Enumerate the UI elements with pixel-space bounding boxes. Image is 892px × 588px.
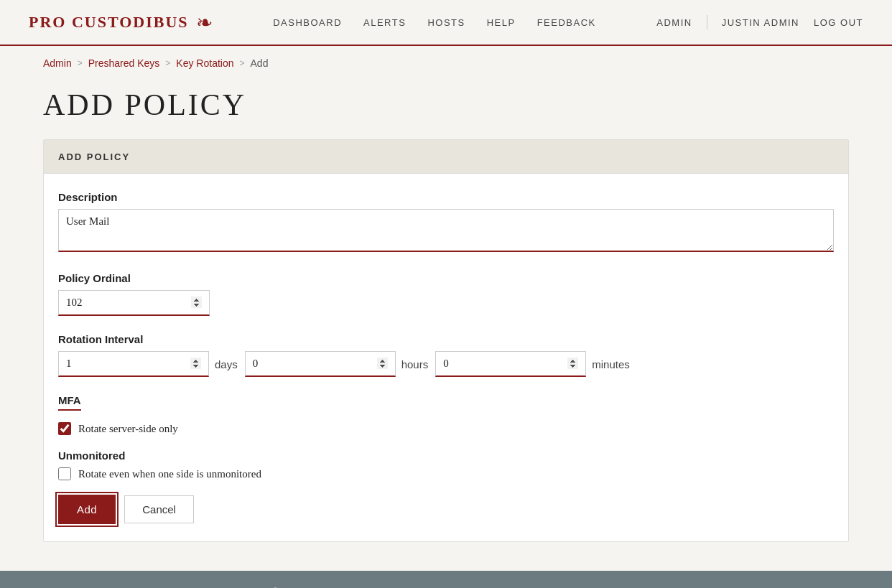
- mfa-checkbox[interactable]: [58, 422, 71, 435]
- mfa-checkbox-label: Rotate server-side only: [78, 423, 178, 435]
- add-button[interactable]: Add: [58, 495, 116, 524]
- button-row: Add Cancel: [58, 495, 834, 524]
- minutes-label: minutes: [592, 358, 630, 370]
- nav-hosts[interactable]: HOSTS: [427, 17, 465, 28]
- unmonitored-checkbox-label: Rotate even when one side is unmonitored: [78, 468, 261, 480]
- policy-ordinal-wrap: [58, 290, 210, 316]
- hours-field: hours: [245, 351, 429, 377]
- policy-ordinal-group: Policy Ordinal: [58, 272, 834, 316]
- breadcrumb-preshared-keys[interactable]: Preshared Keys: [88, 57, 160, 69]
- mfa-group: MFA Rotate server-side only: [58, 394, 834, 435]
- interval-row: days hours minutes: [58, 351, 834, 377]
- breadcrumb: Admin > Preshared Keys > Key Rotation > …: [0, 46, 892, 80]
- rotation-interval-label: Rotation Interval: [58, 333, 834, 345]
- footer: © 2019-2022 ARCEM TENE, INC. SECURITY PR…: [0, 571, 892, 588]
- unmonitored-checkbox-row: Rotate even when one side is unmonitored: [58, 467, 834, 480]
- minutes-input[interactable]: [435, 351, 586, 377]
- page-title-section: ADD POLICY: [0, 80, 892, 139]
- breadcrumb-sep-3: >: [240, 58, 245, 68]
- description-group: Description: [58, 191, 834, 255]
- breadcrumb-admin[interactable]: Admin: [43, 57, 72, 69]
- nav-feedback[interactable]: FEEDBACK: [537, 17, 596, 28]
- nav-separator: [707, 15, 707, 29]
- page-title: ADD POLICY: [43, 88, 849, 122]
- nav-help[interactable]: HELP: [487, 17, 516, 28]
- description-label: Description: [58, 191, 834, 203]
- nav-dashboard[interactable]: DASHBOARD: [273, 17, 342, 28]
- minutes-field: minutes: [435, 351, 630, 377]
- logo-text: PRO CUSTODIBUS: [29, 13, 189, 32]
- user-nav: ADMIN JUSTIN ADMIN LOG OUT: [656, 15, 863, 29]
- breadcrumb-current: Add: [251, 57, 269, 69]
- main-nav: DASHBOARD ALERTS HOSTS HELP FEEDBACK: [273, 17, 596, 28]
- breadcrumb-sep-2: >: [165, 58, 170, 68]
- nav-logout[interactable]: LOG OUT: [814, 17, 863, 28]
- hours-label: hours: [401, 358, 429, 370]
- nav-username[interactable]: JUSTIN ADMIN: [722, 17, 799, 28]
- days-label: days: [215, 358, 238, 370]
- nav-alerts[interactable]: ALERTS: [363, 17, 406, 28]
- mfa-checkbox-row: Rotate server-side only: [58, 422, 834, 435]
- policy-ordinal-input[interactable]: [58, 290, 210, 316]
- days-input[interactable]: [58, 351, 209, 377]
- breadcrumb-key-rotation[interactable]: Key Rotation: [176, 57, 233, 69]
- card-body: Description Policy Ordinal Rotation Inte…: [44, 174, 848, 541]
- card-header-title: ADD POLICY: [58, 151, 130, 162]
- header: PRO CUSTODIBUS ❧ DASHBOARD ALERTS HOSTS …: [0, 0, 892, 46]
- logo-icon: ❧: [196, 11, 213, 34]
- add-policy-card: ADD POLICY Description Policy Ordinal Ro…: [43, 139, 849, 542]
- hours-input[interactable]: [245, 351, 396, 377]
- policy-ordinal-label: Policy Ordinal: [58, 272, 834, 284]
- nav-admin[interactable]: ADMIN: [656, 17, 692, 28]
- breadcrumb-sep-1: >: [78, 58, 83, 68]
- unmonitored-group: Unmonitored Rotate even when one side is…: [58, 449, 834, 480]
- cancel-button[interactable]: Cancel: [124, 495, 194, 523]
- description-input[interactable]: [58, 209, 834, 252]
- days-field: days: [58, 351, 238, 377]
- mfa-label: MFA: [58, 394, 81, 411]
- card-header: ADD POLICY: [44, 140, 848, 174]
- unmonitored-checkbox[interactable]: [58, 467, 71, 480]
- main-content: ADD POLICY Description Policy Ordinal Ro…: [0, 139, 892, 571]
- unmonitored-label: Unmonitored: [58, 449, 834, 462]
- logo: PRO CUSTODIBUS ❧: [29, 11, 213, 34]
- rotation-interval-group: Rotation Interval days hours minutes: [58, 333, 834, 377]
